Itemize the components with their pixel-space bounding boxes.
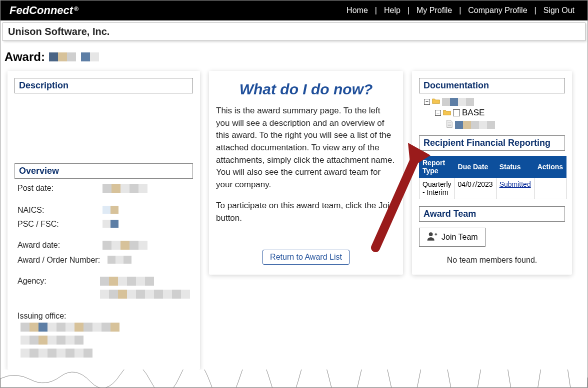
return-to-award-list-button[interactable]: Return to Award List	[262, 250, 350, 265]
collapse-icon[interactable]: −	[435, 110, 441, 116]
redacted-value	[455, 121, 495, 129]
redacted-value	[102, 206, 118, 214]
redacted-value	[442, 98, 474, 106]
cell-report-type: Quarterly - Interim	[420, 178, 455, 199]
table-row: Quarterly - Interim 04/07/2023 Submitted	[420, 178, 566, 199]
overview-title: Overview	[14, 163, 193, 179]
user-plus-icon	[426, 231, 438, 243]
cell-actions	[534, 178, 566, 199]
nav-company-profile[interactable]: Company Profile	[464, 6, 531, 15]
col-status: Status	[496, 156, 534, 178]
tree-document[interactable]	[424, 119, 563, 130]
collapse-icon[interactable]: −	[424, 99, 430, 105]
nav-help[interactable]: Help	[380, 6, 404, 15]
redacted-value	[102, 241, 148, 250]
label-award-number: Award / Order Number:	[18, 256, 108, 266]
redacted-value	[102, 184, 148, 193]
redacted-value	[108, 256, 132, 264]
col-report-type: Report Type	[420, 156, 455, 178]
company-bar: Unison Software, Inc.	[2, 22, 586, 41]
torn-edge-decoration	[0, 370, 588, 388]
label-agency: Agency:	[18, 277, 100, 301]
redacted-award-id	[49, 52, 99, 61]
svg-point-0	[429, 232, 433, 236]
nav-home[interactable]: Home	[342, 6, 372, 15]
nav-sign-out[interactable]: Sign Out	[540, 6, 578, 15]
label-naics: NAICS:	[18, 206, 102, 216]
middle-panel: What do I do now? This is the award summ…	[209, 71, 403, 275]
join-team-label: Join Team	[442, 233, 478, 242]
tree-base-label: BASE	[462, 108, 484, 118]
nav-sep: |	[372, 6, 380, 15]
label-award-date: Award date:	[18, 241, 102, 252]
page-title-label: Award:	[4, 50, 45, 64]
redacted-value	[20, 336, 84, 345]
award-team-title: Award Team	[419, 206, 565, 222]
join-team-button[interactable]: Join Team	[419, 228, 486, 247]
tree-checkbox[interactable]	[453, 109, 460, 116]
redacted-value	[100, 277, 154, 286]
left-panel: Description Overview Post date: NAICS: P…	[8, 71, 200, 370]
rfr-title: Recipient Financial Reporting	[419, 135, 565, 151]
nav-sep: |	[404, 6, 412, 15]
col-due-date: Due Date	[454, 156, 496, 178]
tree-root[interactable]: −	[424, 96, 563, 107]
right-panel: Documentation − − BASE Recipi	[412, 71, 572, 275]
col-actions: Actions	[534, 156, 566, 178]
brand-name: FedConnect	[10, 4, 73, 16]
guidance-p1: This is the award summary page. To the l…	[216, 105, 396, 191]
nav-sep: |	[532, 6, 540, 15]
guidance-title: What do I do now?	[216, 78, 396, 105]
nav-sep: |	[456, 6, 464, 15]
document-icon	[446, 120, 453, 129]
label-post-date: Post date:	[18, 184, 102, 195]
documentation-tree: − − BASE	[419, 93, 565, 135]
tree-base[interactable]: − BASE	[424, 107, 563, 119]
brand-logo: FedConnect®	[10, 4, 78, 17]
folder-icon	[443, 109, 451, 117]
page-title-row: Award:	[0, 41, 588, 71]
rfr-table: Report Type Due Date Status Actions Quar…	[419, 156, 566, 199]
top-nav-bar: FedConnect® Home | Help | My Profile | C…	[0, 0, 588, 20]
nav-my-profile[interactable]: My Profile	[412, 6, 456, 15]
redacted-value	[20, 349, 92, 358]
cell-due-date: 04/07/2023	[454, 178, 496, 199]
top-nav-links: Home | Help | My Profile | Company Profi…	[342, 6, 578, 15]
label-issuing-office: Issuing office:	[18, 312, 102, 321]
folder-icon	[432, 97, 440, 106]
team-empty-message: No team members found.	[419, 247, 565, 265]
redacted-value	[20, 323, 120, 332]
description-title: Description	[14, 78, 193, 93]
brand-reg: ®	[74, 5, 78, 12]
documentation-title: Documentation	[419, 78, 565, 93]
guidance-p2: To participate on this award team, click…	[216, 200, 396, 224]
redacted-value	[100, 290, 190, 299]
redacted-value	[102, 220, 118, 228]
label-psc: PSC / FSC:	[18, 220, 102, 230]
status-link-submitted[interactable]: Submitted	[500, 180, 531, 188]
